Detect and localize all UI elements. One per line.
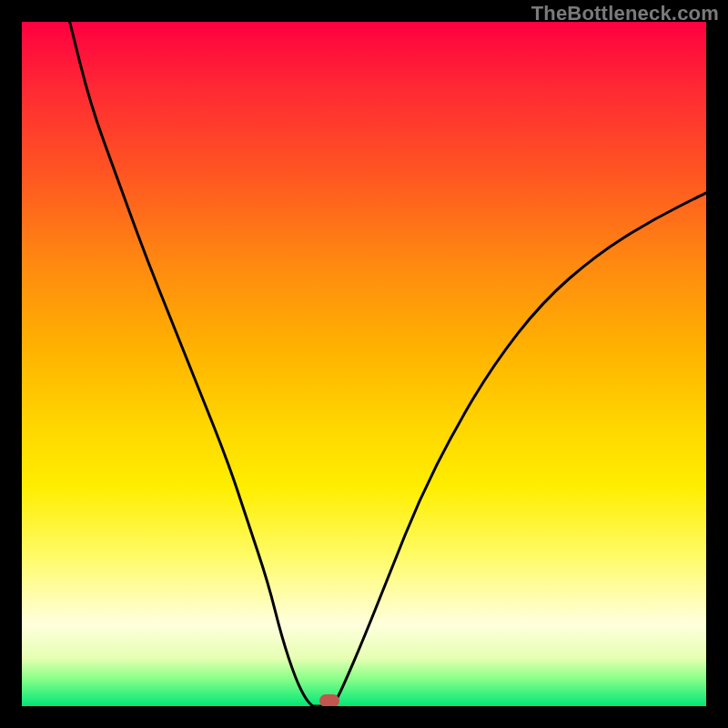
bottleneck-curve: [22, 22, 706, 706]
plot-area: [22, 22, 706, 706]
optimal-marker: [319, 694, 339, 706]
chart-frame: TheBottleneck.com: [0, 0, 728, 728]
